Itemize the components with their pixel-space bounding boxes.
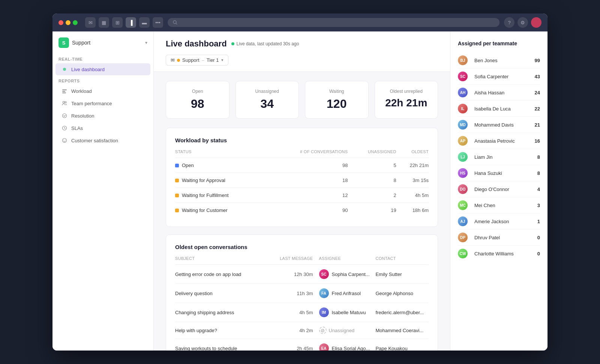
- list-item: AH Aisha Hassan 24: [458, 85, 540, 101]
- subject: Saving workouts to schedule: [175, 339, 276, 351]
- svg-point-11: [65, 140, 66, 140]
- col-subject: Subject: [175, 256, 276, 265]
- page-title: Live dashboard: [166, 39, 227, 49]
- chart-icon[interactable]: ▐: [126, 17, 136, 28]
- list-item: DP Dhruv Patel 0: [458, 230, 540, 246]
- table-row: Waiting for Fulfillment 12 2 4h 5m: [175, 188, 429, 203]
- conversations-table: Subject Last message Assignee Contact Ge…: [175, 256, 429, 351]
- help-icon[interactable]: ?: [504, 17, 514, 28]
- contact-name: Pape Kouakou: [375, 339, 429, 351]
- avatar: CW: [458, 249, 468, 258]
- status-dot: [175, 209, 179, 212]
- slas-label: SLAs: [71, 125, 83, 131]
- browser-toolbar-icons: ✉ ▦ ⊞ ▐ ▬ •••: [85, 17, 163, 28]
- teammate-name: Ben Jones: [474, 58, 531, 63]
- page-title-row: Live dashboard Live data, last updated 3…: [166, 39, 438, 49]
- maximize-button[interactable]: [73, 20, 78, 25]
- teammate-name: Anastasia Petrovic: [474, 138, 531, 144]
- browser-actions: ? ⚙: [504, 17, 542, 28]
- conversations-section-title: Oldest open conversations: [175, 244, 429, 250]
- list-item: HS Hana Suzuki 8: [458, 165, 540, 181]
- svg-rect-3: [62, 91, 65, 92]
- teammate-name: Mei Chen: [474, 203, 534, 208]
- sidebar-item-live-dashboard[interactable]: Live dashboard: [56, 63, 150, 75]
- teammate-count: 21: [535, 122, 540, 128]
- svg-point-9: [63, 139, 67, 143]
- status-dot: [175, 164, 179, 167]
- conv-count: 90: [266, 203, 348, 218]
- minimize-button[interactable]: [66, 20, 70, 25]
- assignee-name: Isabelle Matuvu: [332, 310, 366, 315]
- contact-name: Mohammed Coeravi...: [375, 322, 429, 339]
- layout-icon[interactable]: ▬: [139, 17, 150, 28]
- workload-icon: [62, 88, 68, 94]
- filter-bar: ✉ Support – Tier 1 ▾: [166, 55, 438, 72]
- main-header: Live dashboard Live data, last updated 3…: [154, 31, 450, 72]
- sidebar-item-slas[interactable]: SLAs: [56, 122, 150, 134]
- sidebar-item-resolution[interactable]: Resolution: [56, 110, 150, 122]
- contacts-icon[interactable]: ⊞: [112, 17, 123, 28]
- contact-name: frederic.alerm@uber...: [375, 303, 429, 322]
- col-conversations: # of conversations: [266, 149, 348, 158]
- col-assignee: Assignee: [313, 256, 376, 265]
- svg-point-6: [65, 101, 66, 103]
- main-scroll: Live dashboard Live data, last updated 3…: [154, 31, 450, 351]
- table-row: Changing shipping address 4h 5m IMIsabel…: [175, 303, 429, 322]
- stat-unassigned-label: Unassigned: [245, 89, 290, 94]
- assignee-name: Sophia Carpent...: [332, 272, 370, 277]
- list-item: BJ Ben Jones 99: [458, 52, 540, 69]
- conv-count: 12: [266, 188, 348, 203]
- content-body: Open 98 Unassigned 34 Waiting 120 Olde: [154, 72, 450, 351]
- list-item: SC Sofia Carpenter 43: [458, 69, 540, 85]
- avatar: MD: [458, 120, 468, 130]
- sidebar-brand[interactable]: S Support ▾: [52, 37, 153, 54]
- col-status: Status: [175, 149, 266, 158]
- col-oldest: Oldest: [396, 149, 429, 158]
- mail-icon[interactable]: ✉: [85, 17, 96, 28]
- stat-open-label: Open: [175, 89, 220, 94]
- more-icon[interactable]: •••: [153, 17, 163, 28]
- user-avatar[interactable]: [531, 17, 542, 28]
- subject: Getting error code on app load: [175, 265, 276, 284]
- filter-inbox-label: Support: [182, 57, 200, 63]
- address-bar[interactable]: [168, 18, 500, 27]
- settings-icon[interactable]: ⚙: [518, 17, 528, 28]
- list-item: AJ Amerie Jackson 1: [458, 213, 540, 230]
- svg-point-5: [63, 101, 65, 103]
- last-message-time: 4h 2m: [276, 322, 313, 339]
- close-button[interactable]: [58, 20, 63, 25]
- status-name: Waiting for Approval: [182, 178, 225, 183]
- stat-waiting-value: 120: [314, 97, 359, 111]
- assignee-name: Elisa Sorial Ago...: [332, 346, 370, 351]
- avatar: MC: [458, 200, 468, 210]
- sidebar-item-team-performance[interactable]: Team performance: [56, 97, 150, 109]
- stat-oldest-label: Oldest unreplied: [384, 89, 429, 94]
- stat-card-unassigned: Unassigned 34: [236, 81, 299, 119]
- teammate-name: Mohammed Davis: [474, 122, 531, 128]
- conv-count: 98: [266, 158, 348, 173]
- calendar-icon[interactable]: ▦: [99, 17, 109, 28]
- oldest-time: 3m 15s: [396, 173, 429, 188]
- live-label: Live data, last updated 30s ago: [237, 41, 299, 46]
- teammate-count: 24: [535, 90, 540, 95]
- table-row: Getting error code on app load 12h 30m S…: [175, 265, 429, 284]
- list-item: CW Charlotte Williams 0: [458, 246, 540, 261]
- teammate-name: Diego O'Connor: [474, 186, 534, 192]
- status-name: Open: [182, 163, 194, 168]
- sidebar-item-customer-satisfaction[interactable]: Customer satisfaction: [56, 134, 150, 146]
- avatar: DP: [458, 233, 468, 242]
- last-message-time: 11h 3m: [276, 284, 313, 303]
- avatar: BJ: [458, 55, 468, 65]
- teammate-list: BJ Ben Jones 99 SC Sofia Carpenter 43 AH…: [458, 52, 540, 261]
- customer-satisfaction-label: Customer satisfaction: [71, 138, 118, 143]
- svg-point-7: [63, 114, 67, 118]
- subject: Changing shipping address: [175, 303, 276, 322]
- workload-label: Workload: [71, 88, 92, 94]
- filter-dot: [177, 59, 180, 62]
- col-last-message: Last message: [276, 256, 313, 265]
- teammate-name: Sofia Carpenter: [474, 74, 531, 79]
- contact-name: Emily Sutter: [375, 265, 429, 284]
- sidebar-item-workload[interactable]: Workload: [56, 85, 150, 97]
- inbox-filter[interactable]: ✉ Support – Tier 1 ▾: [166, 55, 228, 66]
- assignee-cell: FAFred Arifrasol: [313, 284, 376, 303]
